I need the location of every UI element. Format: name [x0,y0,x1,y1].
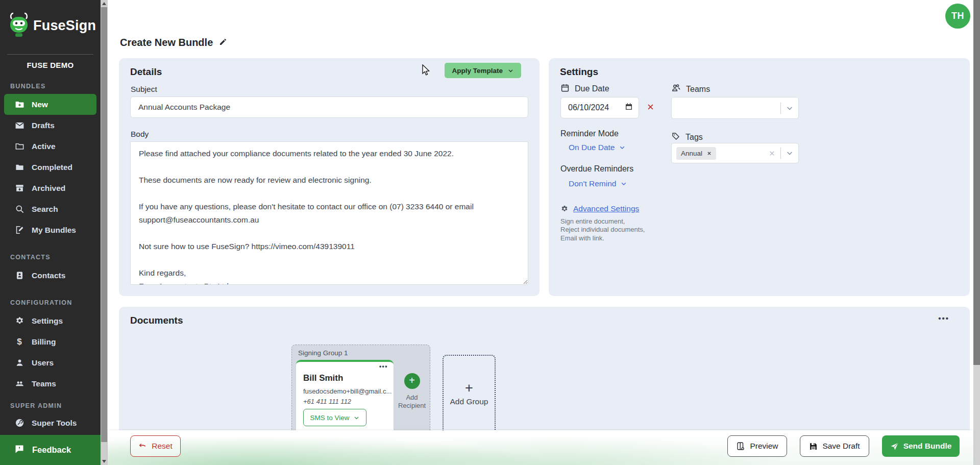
page-scrollbar-thumb[interactable] [973,0,980,365]
advanced-settings-row[interactable]: Advanced Settings [560,204,639,213]
due-date-input[interactable]: 06/10/2024 [560,97,639,118]
sidebar-item-label: Contacts [32,271,65,280]
overdue-reminders-select[interactable]: Don't Remind [569,179,627,188]
sidebar-item-archived[interactable]: Archived [0,178,101,199]
contact-card-icon [14,271,24,281]
sidebar-item-label: Completed [32,163,72,172]
people-outline-icon [671,83,681,95]
documents-title: Documents [130,315,183,326]
advanced-settings-summary: Sign entire document, Reject individual … [560,217,645,242]
advanced-settings-link[interactable]: Advanced Settings [573,204,639,213]
reminder-mode-select[interactable]: On Due Date [569,143,626,152]
search-icon [14,204,24,214]
sidebar-item-users[interactable]: Users [0,352,101,373]
details-title: Details [130,66,162,78]
sidebar-item-label: New [32,100,48,109]
summary-line: Reject individual documents, [560,226,645,234]
avatar-initials: TH [951,11,964,21]
settings-title: Settings [560,66,598,78]
wrench-circle-icon [14,418,24,428]
sidebar-item-super-tools[interactable]: Super Tools [0,412,101,433]
due-date-label-row: Due Date [560,83,609,94]
sidebar-item-label: Archived [32,184,65,193]
send-bundle-button[interactable]: Send Bundle [882,435,960,457]
robot-logo-icon [7,12,31,39]
subject-label: Subject [131,85,157,94]
tag-chip-label: Annual [681,150,702,157]
overdue-reminders-label: Overdue Reminders [560,164,633,174]
preview-button[interactable]: Preview [727,435,787,457]
sidebar-item-billing[interactable]: $ Billing [0,331,101,352]
delivery-mode-select[interactable]: SMS to View [303,409,366,426]
reset-label: Reset [152,442,173,451]
clear-due-date-icon[interactable] [647,103,654,111]
gear-small-icon [560,205,569,213]
gear-icon [14,316,24,326]
page-title: Create New Bundle [120,37,213,48]
sidebar-item-label: Teams [32,379,56,388]
add-recipient-label: Add Recipient [395,394,429,410]
sidebar-item-teams[interactable]: Teams [0,373,101,394]
feedback-button[interactable]: Feedback [0,435,101,465]
reminder-mode-label: Reminder Mode [560,129,619,138]
recipient-email: fusedocsdemo+bill@gmail.c... [303,387,391,395]
sidebar-item-new[interactable]: New [4,94,96,115]
sidebar-scrollbar[interactable] [101,0,108,465]
archive-icon [14,183,24,193]
sidebar-item-settings[interactable]: Settings [0,310,101,331]
send-bundle-label: Send Bundle [903,442,952,451]
feedback-label: Feedback [32,445,71,455]
sidebar-item-search[interactable]: Search [0,199,101,219]
recipient-menu-ellipsis-icon[interactable]: ••• [379,363,388,370]
scrollbar-down-arrow-icon[interactable] [102,460,106,463]
clear-tags-icon[interactable] [764,150,780,157]
sidebar-scrollbar-thumb[interactable] [101,7,107,442]
chevron-down-icon[interactable] [781,149,798,157]
sidebar-item-label: Billing [32,337,56,347]
remove-tag-icon[interactable] [707,151,712,156]
sidebar-item-contacts[interactable]: Contacts [0,265,101,286]
tag-icon [671,132,680,143]
select-controls [780,97,798,118]
sidebar-item-my-bundles[interactable]: My Bundles [0,219,101,240]
dollar-icon: $ [14,337,24,347]
teams-select[interactable] [671,97,799,119]
calendar-icon [560,83,570,94]
body-label: Body [131,130,149,139]
feedback-bubble-icon [14,444,24,456]
scrollbar-up-arrow-icon[interactable] [102,2,106,5]
documents-menu-ellipsis-icon[interactable]: ••• [938,314,949,323]
reset-button[interactable]: Reset [130,435,181,457]
chevron-down-icon[interactable] [781,104,798,112]
recipient-phone: +61 411 111 112 [303,398,351,405]
save-draft-button[interactable]: Save Draft [800,435,869,457]
sidebar-item-active[interactable]: Active [0,136,101,157]
add-recipient-button[interactable]: + Add Recipient [395,373,429,410]
edit-pencil-icon[interactable] [219,37,227,48]
recipient-name: Bill Smith [303,373,343,383]
signature-icon [14,225,24,235]
brand-name: FuseSign [33,18,96,34]
user-icon [14,358,24,368]
brand-logo[interactable]: FuseSign [0,0,101,39]
sidebar-item-label: Users [32,358,54,368]
sidebar-item-label: Active [32,142,56,151]
page-scrollbar[interactable] [973,0,980,465]
chevron-down-icon [620,180,627,187]
app-root: FuseSign FUSE DEMO BUNDLES New Drafts Ac… [0,0,980,465]
users-icon [14,379,24,389]
mail-icon [14,120,24,131]
tag-chip[interactable]: Annual [676,147,716,160]
apply-template-button[interactable]: Apply Template [445,63,521,78]
section-label-super-admin: SUPER ADMIN [10,402,101,409]
subject-input[interactable] [130,96,528,118]
sidebar-item-completed[interactable]: Completed [0,157,101,178]
avatar[interactable]: TH [945,4,970,29]
sidebar-item-label: Super Tools [32,419,77,428]
sidebar-item-drafts[interactable]: Drafts [0,115,101,136]
summary-line: Email with link. [560,234,645,242]
summary-line: Sign entire document, [560,217,645,226]
tags-select[interactable]: Annual [671,143,799,163]
date-picker-icon[interactable] [625,103,633,113]
body-textarea[interactable]: Please find attached your compliance doc… [130,141,528,285]
